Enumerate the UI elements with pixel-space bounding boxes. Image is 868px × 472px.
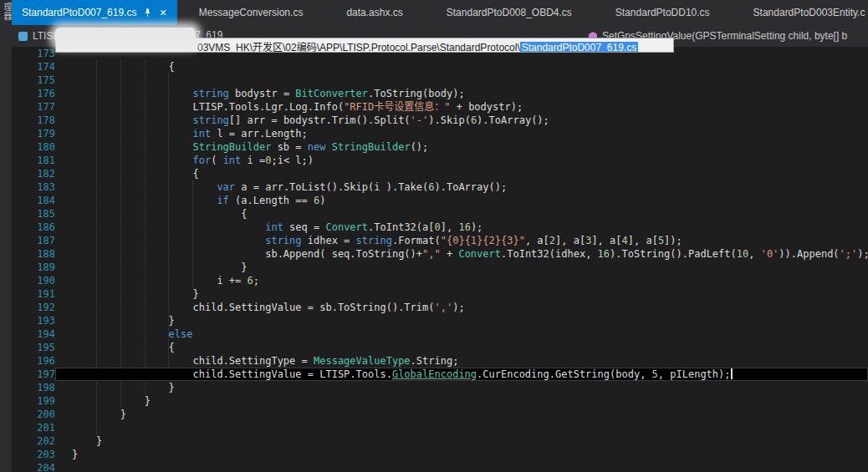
line-number: 183 (12, 180, 55, 194)
code-line-204[interactable]: 204 (12, 461, 868, 472)
vs-code-window: 服务器资源管理器 StandardPtoD007_619.cs ✕ Messag… (0, 0, 868, 472)
code-line-190[interactable]: 190 i += 6; (12, 274, 868, 287)
code-token: , a[ (525, 235, 549, 246)
tab-label: MessageConversion.cs (199, 7, 304, 18)
line-number: 191 (12, 287, 55, 301)
code-token: 4 (622, 235, 628, 246)
code-token: (a.Length == (229, 195, 314, 206)
tab-standardptod007-619[interactable]: StandardPtoD007_619.cs ✕ (12, 0, 177, 25)
code-token: ).ToString().PadLeft( (610, 248, 737, 260)
code-token: "RFID卡号设置信息：" (344, 101, 450, 113)
code-line-180[interactable]: 180 StringBuilder sb = new StringBuilder… (12, 140, 868, 154)
code-token: ); (471, 221, 483, 233)
code-text: string bodystr = BitConverter.ToString(b… (55, 87, 868, 100)
code-token: l = arr.Length; (211, 128, 308, 140)
code-token: bodystr = (229, 88, 295, 99)
code-token: 16 (458, 221, 470, 233)
code-line-182[interactable]: 182 { (12, 167, 868, 180)
code-line-185[interactable]: 185 { (12, 207, 868, 221)
editor-area: StandardPtoD007_619.cs ✕ MessageConversi… (12, 0, 868, 472)
code-text: } (55, 287, 868, 301)
line-number: 203 (12, 448, 55, 461)
code-token: i = (241, 155, 265, 166)
code-line-199[interactable]: 199 } (12, 394, 868, 408)
code-line-175[interactable]: 175 (12, 74, 868, 87)
code-token: ',' (434, 302, 452, 313)
code-line-193[interactable]: 193 } (12, 314, 868, 327)
code-token: a = arr.ToList().Skip(i ).Take( (235, 181, 428, 193)
code-line-191[interactable]: 191 } (12, 287, 868, 301)
code-text: LTISP.Tools.Lgr.Log.Info("RFID卡号设置信息：" +… (55, 100, 868, 114)
code-token: 2 (549, 235, 555, 246)
code-token: LTISP.Tools.Lgr.Log.Info( (72, 101, 344, 113)
line-number: 196 (12, 354, 55, 368)
tab-label: StandardPtoD007_619.cs (22, 7, 136, 18)
code-token: ], a[ (628, 235, 658, 246)
code-token: ;i< l;) (271, 155, 314, 166)
code-editor[interactable]: 173174 {175176 string bodystr = BitConve… (12, 47, 868, 472)
code-text: StringBuilder sb = new StringBuilder(); (55, 140, 868, 154)
code-line-188[interactable]: 188 sb.Append( seq.ToString()+"," + Conv… (12, 247, 868, 261)
code-token (72, 195, 217, 206)
code-token: 10 (737, 248, 748, 260)
code-token: ; (253, 275, 259, 287)
code-line-179[interactable]: 179 int l = arr.Length; (12, 127, 868, 140)
code-token: new (308, 141, 326, 153)
close-icon[interactable]: ✕ (159, 8, 166, 18)
code-line-201[interactable]: 201 (12, 421, 868, 434)
code-line-177[interactable]: 177 LTISP.Tools.Lgr.Log.Info("RFID卡号设置信息… (12, 100, 868, 114)
code-text: { (55, 60, 868, 74)
code-line-184[interactable]: 184 if (a.Length == 6) (12, 194, 868, 207)
code-line-189[interactable]: 189 } (12, 261, 868, 274)
code-token: string (193, 114, 229, 126)
code-token (72, 221, 265, 233)
code-line-195[interactable]: 195 { (12, 341, 868, 354)
code-line-197[interactable]: 197 child.SettingValue = LTISP.Tools.Glo… (12, 368, 868, 381)
code-line-178[interactable]: 178 string[] arr = bodystr.Trim().Split(… (12, 114, 868, 127)
tab-label: StandardPtoD003Entity.c (753, 7, 865, 18)
code-token: child.SettingType = (72, 355, 314, 367)
code-token: (); (411, 141, 429, 153)
code-line-196[interactable]: 196 child.SettingType = MessageValueType… (12, 354, 868, 368)
line-number: 175 (12, 74, 55, 87)
code-text (55, 74, 868, 87)
tab-standardptod008-obd4[interactable]: StandardPtoD008_OBD4.cs (425, 0, 594, 25)
code-text: { (55, 207, 868, 221)
code-line-202[interactable]: 202 } (12, 434, 868, 448)
code-token: , pILength); (658, 368, 731, 380)
code-line-203[interactable]: 203} (12, 448, 868, 461)
line-number: 192 (12, 301, 55, 314)
line-number: 194 (12, 327, 55, 341)
code-line-187[interactable]: 187 string idhex = string.Format("{0}{1}… (12, 234, 868, 247)
code-line-176[interactable]: 176 string bodystr = BitConverter.ToStri… (12, 87, 868, 100)
code-token (325, 141, 331, 153)
line-number: 186 (12, 221, 55, 234)
tab-standardptod003entity[interactable]: StandardPtoD003Entity.c (732, 0, 868, 25)
tab-messageconversion[interactable]: MessageConversion.cs (177, 0, 325, 25)
code-line-181[interactable]: 181 for( int i =0;i< l;) (12, 154, 868, 167)
code-line-194[interactable]: 194 else (12, 327, 868, 341)
code-line-174[interactable]: 174 { (12, 60, 868, 74)
code-line-198[interactable]: 198 } (12, 381, 868, 394)
code-token: ).ToArray(); (477, 114, 549, 126)
code-line-192[interactable]: 192 child.SettingValue = sb.ToString().T… (12, 301, 868, 314)
tab-data-ashx[interactable]: data.ashx.cs (324, 0, 424, 25)
code-token: seq = (283, 221, 326, 233)
project-icon (18, 32, 28, 41)
code-token: + bodystr); (450, 101, 523, 113)
code-line-200[interactable]: 200 } (12, 408, 868, 421)
code-line-186[interactable]: 186 int seq = Convert.ToInt32(a[0], 16); (12, 221, 868, 234)
code-token: 6 (248, 275, 253, 287)
code-token: ], a[ (555, 235, 585, 246)
code-token: 0 (435, 221, 441, 233)
pin-icon[interactable] (143, 8, 152, 18)
line-number: 184 (12, 194, 55, 207)
code-text: } (55, 408, 868, 421)
code-text: var a = arr.ToList().Skip(i ).Take(6).To… (55, 180, 868, 194)
line-number: 198 (12, 381, 55, 394)
code-token: 5 (652, 368, 658, 380)
code-line-183[interactable]: 183 var a = arr.ToList().Skip(i ).Take(6… (12, 180, 868, 194)
tab-standardptodd10[interactable]: StandardPtoDD10.cs (594, 0, 732, 25)
code-text: for( int i =0;i< l;) (55, 154, 868, 167)
code-lines: 173174 {175176 string bodystr = BitConve… (12, 47, 868, 472)
